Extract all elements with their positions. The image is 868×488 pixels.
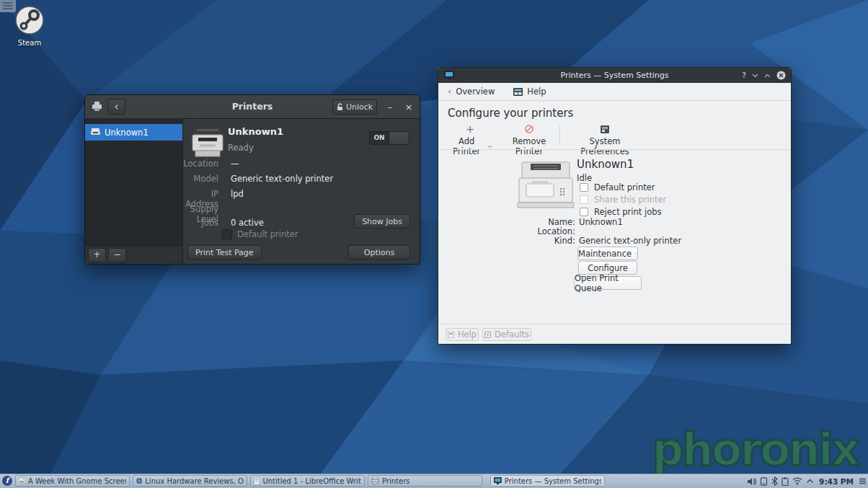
context-help-icon[interactable]: ? xyxy=(742,71,746,79)
remove-icon xyxy=(525,125,533,133)
remove-printer-button[interactable]: − xyxy=(108,248,126,262)
checkbox-label: Reject print jobs xyxy=(594,207,662,217)
desktop: Steam ‹ Printers Unlock – × xyxy=(0,0,868,488)
detail-row: Location — xyxy=(183,159,420,169)
row-label: Model xyxy=(183,174,218,184)
plus-icon: + xyxy=(93,249,100,259)
checkbox-label: Default printer xyxy=(594,182,655,192)
defaults-label: Defaults xyxy=(495,329,529,340)
detail-row: Model Generic text-only printer xyxy=(183,174,420,185)
options-button[interactable]: Options xyxy=(348,245,410,259)
bluetooth-icon[interactable] xyxy=(771,476,778,486)
help-nav-button[interactable]: Help xyxy=(513,86,546,97)
system-settings-icon xyxy=(494,477,502,484)
gnome-printers-window: ‹ Printers Unlock – × U xyxy=(84,94,420,265)
system-preferences-label: System Preferences xyxy=(565,136,645,156)
system-preferences-button[interactable]: System Preferences xyxy=(565,123,645,156)
printer-icon xyxy=(371,477,379,484)
add-printer-button[interactable]: + Add Printer xyxy=(448,123,492,156)
desktop-icon-steam[interactable]: Steam xyxy=(10,6,49,47)
writer-document-icon xyxy=(254,477,260,485)
unlock-label: Unlock xyxy=(346,102,373,112)
field-label: Kind: xyxy=(438,236,575,246)
list-toolbar: + − xyxy=(85,245,182,264)
add-printer-label: Add Printer xyxy=(448,136,485,156)
taskbar-task-image-viewer[interactable]: A Week With Gnome Screensho... xyxy=(15,475,130,487)
checkbox-icon[interactable] xyxy=(580,183,588,192)
wifi-icon[interactable] xyxy=(792,477,802,485)
printer-image xyxy=(516,161,575,209)
kde-titlebar: Printers — System Settings ? xyxy=(438,68,791,83)
page-title: Configure your printers xyxy=(448,107,573,120)
detail-row: Supply Level xyxy=(183,204,420,215)
row-label: Location xyxy=(183,159,218,169)
printer-name: Unknown1 xyxy=(577,158,634,171)
close-icon[interactable] xyxy=(776,71,786,80)
task-label: Printers xyxy=(382,477,409,485)
print-test-page-label: Print Test Page xyxy=(195,248,254,257)
printer-on-switch[interactable]: ON xyxy=(369,131,409,145)
remove-printer-button[interactable]: Remove Printer xyxy=(497,123,561,156)
clipboard-icon[interactable] xyxy=(781,477,789,486)
checkbox-label: Share this printer xyxy=(594,195,666,205)
expand-tray-icon[interactable] xyxy=(806,479,814,484)
kde-window-body: ‹ Overview Help Configure your printers … xyxy=(438,83,791,344)
defaults-button[interactable]: Defaults xyxy=(482,328,531,341)
help-button[interactable]: Help xyxy=(446,328,479,341)
minimize-icon: – xyxy=(388,102,393,112)
show-jobs-label: Show Jobs xyxy=(362,217,402,226)
toolbar-separator xyxy=(559,125,560,145)
task-label: Linux Hardware Reviews, Open... xyxy=(145,477,244,485)
field-value: Generic text-only printer xyxy=(579,236,681,246)
help-label: Help xyxy=(527,86,546,97)
row-value: Generic text-only printer xyxy=(231,174,333,184)
footer-separator xyxy=(438,324,791,324)
field-value: Unknown1 xyxy=(579,217,623,227)
panel-menu-icon[interactable] xyxy=(859,478,867,484)
show-jobs-button[interactable]: Show Jobs xyxy=(354,214,410,229)
kde-system-settings-window: Printers — System Settings ? ‹ O xyxy=(438,67,792,345)
task-label: Printers — System Settings xyxy=(505,477,601,485)
device-notifier-icon[interactable] xyxy=(760,477,768,486)
maintenance-dropdown[interactable]: Maintenance xyxy=(577,247,638,260)
checkbox-icon[interactable] xyxy=(222,229,232,239)
application-launcher-icon[interactable]: f xyxy=(2,476,12,486)
default-printer-checkbox[interactable]: Default printer xyxy=(580,182,655,192)
printer-status: Ready xyxy=(228,143,254,153)
help-label: Help xyxy=(458,329,477,340)
help-icon xyxy=(448,332,454,338)
phoronix-watermark: phoronix xyxy=(652,427,858,472)
task-label: Untitled 1 - LibreOffice Writer xyxy=(262,477,361,485)
print-test-page-button[interactable]: Print Test Page xyxy=(187,245,262,259)
open-print-queue-button[interactable]: Open Print Queue xyxy=(574,276,642,290)
field-label: Location: xyxy=(438,226,575,236)
taskbar-task-gnome-printers[interactable]: Printers xyxy=(368,475,482,487)
default-printer-checkbox-row[interactable]: Default printer xyxy=(222,229,298,239)
reject-jobs-checkbox[interactable]: Reject print jobs xyxy=(580,207,662,217)
switch-knob xyxy=(389,132,409,144)
overview-nav-button[interactable]: ‹ Overview xyxy=(448,86,495,97)
image-icon xyxy=(19,477,25,484)
remove-printer-label: Remove Printer xyxy=(497,136,561,156)
taskbar-task-writer[interactable]: Untitled 1 - LibreOffice Writer xyxy=(250,475,365,487)
taskbar: f A Week With Gnome Screensho... Linux H… xyxy=(0,474,868,488)
unlock-button[interactable]: Unlock xyxy=(332,99,377,115)
field-label: Name: xyxy=(438,217,575,227)
row-label: Jobs xyxy=(183,218,218,228)
clock[interactable]: 9:43 PM xyxy=(818,477,855,486)
add-printer-button[interactable]: + xyxy=(88,248,106,262)
checkbox-icon[interactable] xyxy=(580,208,588,216)
lock-icon xyxy=(337,103,343,111)
taskbar-task-system-settings[interactable]: Printers — System Settings xyxy=(490,475,605,487)
volume-icon[interactable] xyxy=(747,477,756,486)
printer-list-item-label: Unknown1 xyxy=(105,128,149,138)
printer-list-item[interactable]: Unknown1 xyxy=(85,124,182,141)
printer-details-panel: Unknown1 Ready ON Location — Model Gener… xyxy=(183,118,420,264)
maximize-icon[interactable] xyxy=(764,74,771,78)
plus-icon: + xyxy=(466,123,474,135)
minimize-button[interactable]: – xyxy=(384,101,397,113)
chevron-left-icon: ‹ xyxy=(448,88,451,95)
minimize-icon[interactable] xyxy=(752,74,758,78)
taskbar-task-browser[interactable]: Linux Hardware Reviews, Open... xyxy=(133,475,247,487)
close-button[interactable]: × xyxy=(402,101,415,113)
